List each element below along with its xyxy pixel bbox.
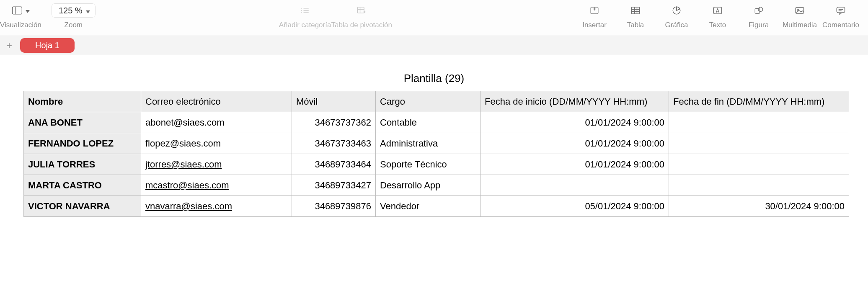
table-title[interactable]: Plantilla (29)	[23, 72, 845, 85]
toolbar: Visualización 125 % Zoom Añadir	[0, 0, 868, 36]
chart-group: Gráfica	[658, 3, 695, 29]
table-row[interactable]: MARTA CASTROmcastro@siaes.com34689733427…	[24, 175, 849, 196]
cell-fin[interactable]: 30/01/2024 9:00:00	[669, 196, 849, 217]
svg-point-28	[797, 9, 799, 11]
chevron-down-icon	[86, 6, 90, 15]
cell-inicio[interactable]: 05/01/2024 9:00:00	[480, 196, 669, 217]
add-category-group: Añadir categoría	[279, 3, 331, 29]
add-sheet-button[interactable]: +	[3, 40, 15, 51]
email-link[interactable]: vnavarra@siaes.com	[145, 201, 232, 211]
insert-label: Insertar	[582, 21, 607, 29]
spreadsheet-canvas[interactable]: Plantilla (29) Nombre Correo electrónico…	[0, 55, 868, 234]
comment-icon	[835, 5, 847, 16]
sidebar-icon	[11, 5, 23, 16]
cell-nombre[interactable]: JULIA TORRES	[24, 154, 141, 175]
cell-correo[interactable]: mcastro@siaes.com	[141, 175, 292, 196]
view-group: Visualización	[0, 3, 41, 29]
data-table[interactable]: Nombre Correo electrónico Móvil Cargo Fe…	[23, 91, 849, 217]
pivot-group: Tabla de pivotación	[331, 3, 392, 29]
chart-button[interactable]	[671, 3, 682, 18]
image-icon	[794, 5, 806, 16]
table-row[interactable]: FERNANDO LOPEZflopez@siaes.com3467373346…	[24, 133, 849, 154]
table-label: Tabla	[627, 21, 644, 29]
col-movil[interactable]: Móvil	[292, 91, 376, 112]
cell-movil[interactable]: 34689733464	[292, 154, 376, 175]
cell-correo[interactable]: jtorres@siaes.com	[141, 154, 292, 175]
insert-button[interactable]	[589, 3, 600, 18]
shape-icon	[753, 5, 765, 16]
sheet-tab-1[interactable]: Hoja 1	[20, 38, 75, 53]
cell-correo[interactable]: abonet@siaes.com	[141, 112, 292, 133]
svg-rect-29	[837, 7, 845, 13]
cell-nombre[interactable]: ANA BONET	[24, 112, 141, 133]
sheet-tabs: + Hoja 1	[0, 36, 868, 55]
col-fin[interactable]: Fecha de fin (DD/MM/YYYY HH:mm)	[669, 91, 849, 112]
shape-label: Figura	[749, 21, 769, 29]
table-row[interactable]: VICTOR NAVARRAvnavarra@siaes.com34689739…	[24, 196, 849, 217]
comment-button[interactable]	[835, 3, 847, 18]
add-category-label: Añadir categoría	[279, 21, 331, 29]
col-nombre[interactable]: Nombre	[24, 91, 141, 112]
cell-correo[interactable]: vnavarra@siaes.com	[141, 196, 292, 217]
text-label: Texto	[709, 21, 726, 29]
list-icon	[299, 5, 311, 16]
email-link[interactable]: jtorres@siaes.com	[145, 159, 222, 170]
text-icon	[712, 5, 723, 16]
shape-button[interactable]	[753, 3, 765, 18]
insert-group: Insertar	[576, 3, 613, 29]
table-header-row[interactable]: Nombre Correo electrónico Móvil Cargo Fe…	[24, 91, 849, 112]
table-row[interactable]: ANA BONETabonet@siaes.com34673737362Cont…	[24, 112, 849, 133]
cell-inicio[interactable]: 01/01/2024 9:00:00	[480, 154, 669, 175]
svg-rect-16	[631, 7, 639, 14]
toolbar-right: Insertar Tabla	[576, 3, 868, 29]
cell-correo[interactable]: flopez@siaes.com	[141, 133, 292, 154]
table-group: Tabla	[617, 3, 654, 29]
text-button[interactable]	[712, 3, 723, 18]
cell-inicio[interactable]	[480, 175, 669, 196]
cell-inicio[interactable]: 01/01/2024 9:00:00	[480, 133, 669, 154]
zoom-select[interactable]: 125 %	[52, 3, 96, 18]
comment-group: Comentario	[822, 3, 860, 29]
cell-fin[interactable]	[669, 112, 849, 133]
chart-label: Gráfica	[665, 21, 688, 29]
toolbar-left: Visualización 125 % Zoom	[0, 3, 96, 29]
media-button[interactable]	[794, 3, 806, 18]
table-icon	[630, 5, 641, 16]
cell-fin[interactable]	[669, 154, 849, 175]
col-inicio[interactable]: Fecha de inicio (DD/MM/YYYY HH:mm)	[480, 91, 669, 112]
pivot-button[interactable]	[356, 3, 367, 18]
cell-nombre[interactable]: MARTA CASTRO	[24, 175, 141, 196]
svg-point-26	[758, 7, 763, 12]
cell-cargo[interactable]: Desarrollo App	[376, 175, 480, 196]
svg-line-23	[677, 9, 680, 11]
cell-movil[interactable]: 34689733427	[292, 175, 376, 196]
cell-fin[interactable]	[669, 175, 849, 196]
svg-point-6	[301, 12, 302, 13]
add-category-button[interactable]	[299, 3, 311, 18]
cell-nombre[interactable]: FERNANDO LOPEZ	[24, 133, 141, 154]
insert-icon	[589, 5, 600, 16]
cell-fin[interactable]	[669, 133, 849, 154]
svg-rect-8	[358, 7, 364, 13]
cell-nombre[interactable]: VICTOR NAVARRA	[24, 196, 141, 217]
table-row[interactable]: JULIA TORRESjtorres@siaes.com34689733464…	[24, 154, 849, 175]
col-correo[interactable]: Correo electrónico	[141, 91, 292, 112]
svg-point-2	[301, 8, 302, 9]
cell-movil[interactable]: 34673737362	[292, 112, 376, 133]
pie-chart-icon	[671, 5, 682, 16]
table-button[interactable]	[630, 3, 641, 18]
cell-cargo[interactable]: Vendedor	[376, 196, 480, 217]
cell-inicio[interactable]: 01/01/2024 9:00:00	[480, 112, 669, 133]
zoom-group: 125 % Zoom	[52, 3, 96, 29]
cell-cargo[interactable]: Administrativa	[376, 133, 480, 154]
email-link[interactable]: mcastro@siaes.com	[145, 180, 229, 190]
col-cargo[interactable]: Cargo	[376, 91, 480, 112]
pivot-icon	[356, 5, 367, 16]
cell-cargo[interactable]: Contable	[376, 112, 480, 133]
cell-movil[interactable]: 34689739876	[292, 196, 376, 217]
media-group: Multimedia	[781, 3, 819, 29]
cell-movil[interactable]: 34673733463	[292, 133, 376, 154]
cell-cargo[interactable]: Soporte Técnico	[376, 154, 480, 175]
text-group: Texto	[699, 3, 736, 29]
view-button[interactable]	[11, 3, 30, 18]
